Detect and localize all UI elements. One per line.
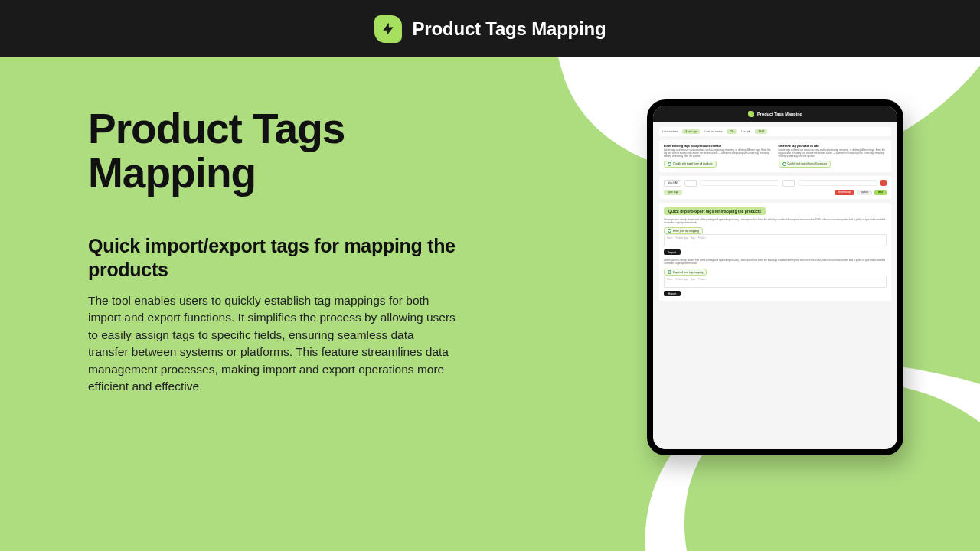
enter-json-link[interactable]: Enter json tag mapping (664, 227, 703, 234)
status-badge: 3 hour ago (682, 129, 700, 134)
import-table[interactable]: NameProduct tagsTagsProduct (664, 234, 887, 246)
delete-row-button[interactable] (880, 180, 887, 186)
tag-input[interactable] (798, 180, 877, 186)
tablet-mockup: Product Tags Mapping Last run time 3 hou… (647, 99, 903, 455)
tablet-screen: Product Tags Mapping Last run time 3 hou… (653, 106, 897, 449)
status-bar: Last run time 3 hour ago Last run status… (659, 127, 891, 136)
export-button[interactable]: Export (664, 291, 681, 296)
remove-all-button[interactable]: Remove all (835, 190, 854, 195)
match-all-select[interactable]: Match All (664, 180, 681, 187)
import-button[interactable]: Import (664, 249, 681, 255)
import-export-card: Quick import/export tags for mapping the… (659, 203, 891, 302)
controls-card: Match All Sync tags Remove all Update Ad… (659, 176, 891, 199)
status-badge: OK (727, 129, 737, 134)
tablet-body: Last run time 3 hour ago Last run status… (653, 122, 897, 449)
update-button[interactable]: Update (857, 190, 872, 195)
hero-subtitle: Quick import/export tags for mapping the… (88, 234, 456, 282)
app-title: Product Tags Mapping (413, 18, 606, 40)
exported-json-link[interactable]: Exported json tag mapping (664, 269, 707, 276)
export-table[interactable]: NameProduct tagsTagsProduct (664, 276, 887, 288)
column-heading: Enter existing tags your products contai… (664, 145, 773, 148)
tablet-app-title: Product Tags Mapping (757, 112, 802, 116)
app-logo-icon (748, 111, 754, 117)
section-description: Lorem Ipsum is simply dummy text of the … (664, 219, 887, 225)
quickly-edit-link[interactable]: Quickly edit tag(s) from all products (779, 161, 831, 168)
operator-select[interactable] (684, 180, 697, 187)
quickly-edit-link[interactable]: Quickly edit tag(s) from all products (664, 161, 717, 168)
tablet-header: Product Tags Mapping (653, 106, 897, 122)
hero-body: The tool enables users to quickly establ… (88, 292, 456, 396)
hero-title: Product Tags Mapping (88, 107, 456, 196)
existing-tags-column: Enter existing tags your products contai… (664, 145, 773, 168)
section-description: Lorem Ipsum is simply dummy text of the … (664, 259, 887, 266)
app-logo-icon (374, 15, 402, 43)
tag-input[interactable] (700, 180, 779, 186)
column-heading: Enter the tag you want to add (779, 145, 887, 148)
page-header: Product Tags Mapping (0, 0, 980, 57)
tag-columns-card: Enter existing tags your products contai… (659, 140, 891, 172)
hero-content: Product Tags Mapping Quick import/export… (88, 107, 456, 396)
column-description: Locate tags and execute various actions … (664, 149, 773, 158)
section-title: Quick import/export tags for mapping the… (664, 207, 766, 215)
operator-select[interactable] (782, 180, 795, 187)
add-button[interactable]: Add (874, 190, 887, 195)
add-tag-column: Enter the tag you want to add Locate tag… (779, 145, 887, 168)
status-badge: TEST (755, 129, 767, 134)
status-label: Last run time (662, 130, 678, 133)
status-label: Last run status (704, 130, 722, 133)
column-description: Locate tags and execute various actions … (779, 149, 887, 158)
status-label: Last job (741, 130, 750, 133)
sync-tags-button[interactable]: Sync tags (664, 190, 682, 195)
